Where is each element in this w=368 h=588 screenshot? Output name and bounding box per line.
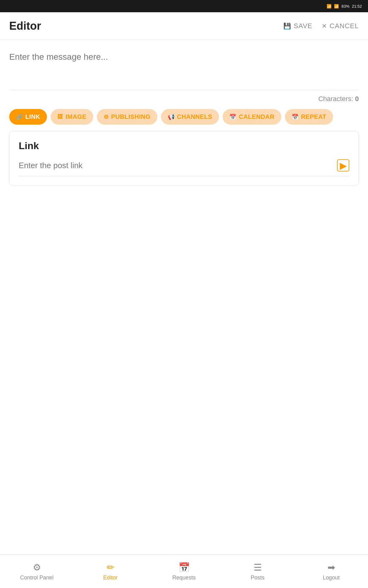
save-button[interactable]: 💾 SAVE	[283, 22, 312, 30]
link-section: Link ▶	[9, 131, 359, 186]
tab-repeat[interactable]: 📅 REPEAT	[285, 109, 333, 125]
tab-publishing[interactable]: ⚙ PUBLISHING	[97, 109, 157, 125]
bottom-nav: ⚙ Control Panel ✏ Editor 📅 Requests ☰ Po…	[0, 554, 368, 588]
requests-icon: 📅	[178, 562, 190, 573]
tab-channels-label: CHANNELS	[177, 113, 212, 120]
save-icon: 💾	[283, 22, 291, 30]
nav-control-panel-label: Control Panel	[20, 575, 53, 581]
status-bar: 📶 📶 83% 21:52	[0, 0, 368, 12]
nav-requests-label: Requests	[172, 575, 196, 581]
tab-image-label: IMAGE	[66, 113, 86, 120]
main-content: Characters: 0 🔗 LINK 🖼 IMAGE ⚙ PUBLISHIN…	[0, 40, 368, 186]
wifi-icon: 📶	[334, 4, 339, 9]
tab-channels[interactable]: 📢 CHANNELS	[161, 109, 219, 125]
tab-link-label: LINK	[25, 113, 40, 120]
cancel-icon: ✕	[322, 22, 327, 30]
image-icon: 🖼	[57, 114, 63, 120]
link-input[interactable]	[19, 161, 337, 170]
header-actions: 💾 SAVE ✕ CANCEL	[283, 22, 359, 30]
tab-image[interactable]: 🖼 IMAGE	[51, 109, 93, 125]
control-panel-icon: ⚙	[33, 562, 41, 573]
status-icons: 📶 📶 83% 21:52	[327, 4, 362, 9]
clock: 21:52	[352, 4, 362, 9]
calendar-icon: 📅	[229, 114, 236, 120]
link-input-row: ▶	[19, 159, 349, 176]
editor-icon: ✏	[107, 562, 114, 573]
chars-count-row: Characters: 0	[9, 90, 359, 109]
chars-number: 0	[355, 95, 359, 103]
tab-link[interactable]: 🔗 LINK	[9, 109, 47, 125]
link-icon: 🔗	[16, 114, 23, 120]
nav-logout-label: Logout	[323, 575, 339, 581]
nav-editor-label: Editor	[103, 575, 117, 581]
nav-logout[interactable]: ➡ Logout	[294, 562, 368, 581]
nav-requests[interactable]: 📅 Requests	[147, 562, 221, 581]
message-textarea[interactable]	[9, 49, 359, 89]
nav-posts[interactable]: ☰ Posts	[221, 562, 294, 581]
link-play-icon: ▶	[337, 159, 349, 172]
cancel-button[interactable]: ✕ CANCEL	[322, 22, 359, 30]
nav-posts-label: Posts	[251, 575, 264, 581]
bluetooth-icon: 📶	[327, 4, 332, 9]
logout-icon: ➡	[328, 562, 335, 573]
tab-publishing-label: PUBLISHING	[111, 113, 150, 120]
posts-icon: ☰	[254, 562, 262, 573]
battery-level: 83%	[341, 4, 349, 9]
repeat-icon: 📅	[292, 114, 299, 120]
tab-repeat-label: REPEAT	[301, 113, 326, 120]
tab-calendar-label: CALENDAR	[239, 113, 274, 120]
cancel-label: CANCEL	[330, 22, 359, 30]
nav-editor[interactable]: ✏ Editor	[74, 562, 147, 581]
nav-control-panel[interactable]: ⚙ Control Panel	[0, 562, 74, 581]
save-label: SAVE	[294, 22, 312, 30]
tab-calendar[interactable]: 📅 CALENDAR	[223, 109, 281, 125]
chars-label: Characters:	[318, 95, 353, 103]
tabs-row: 🔗 LINK 🖼 IMAGE ⚙ PUBLISHING 📢 CHANNELS 📅…	[9, 109, 359, 125]
link-section-title: Link	[19, 140, 349, 152]
channels-icon: 📢	[168, 114, 175, 120]
header: Editor 💾 SAVE ✕ CANCEL	[0, 12, 368, 40]
page-title: Editor	[9, 20, 41, 32]
publishing-icon: ⚙	[104, 114, 109, 120]
